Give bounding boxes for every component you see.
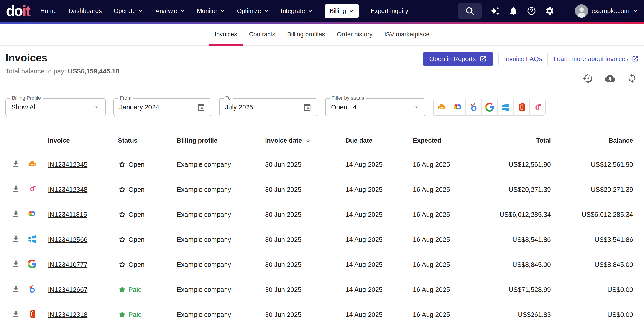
status-paid[interactable]: Paid [118,311,177,319]
col-invoice[interactable]: Invoice [48,137,118,144]
nav-item-operate[interactable]: Operate [114,7,144,14]
cloud-download-icon[interactable] [605,73,615,83]
table-row: IN123412348 Open Example company 30 Jun … [6,177,638,202]
status-paid[interactable]: Paid [118,286,177,294]
tab-contracts[interactable]: Contracts [243,24,281,45]
tab-billing-profiles[interactable]: Billing profiles [281,24,331,45]
invoice-link[interactable]: IN123412348 [48,186,88,193]
tab-order-history[interactable]: Order history [331,24,378,45]
status-open[interactable]: Open [118,210,177,219]
invoice-link[interactable]: IN123412318 [48,311,88,318]
total-cell: US$12,561.90 [476,161,551,168]
col-due-date[interactable]: Due date [346,137,413,144]
status-filter-select[interactable]: Filter by status Open +4 [325,98,426,116]
download-invoice-icon[interactable] [12,260,20,268]
provider-filter-microsoft-azure[interactable] [497,99,513,115]
nav-item-billing-active[interactable]: Billing [325,4,359,18]
invoice-faqs-link[interactable]: Invoice FAQs [504,55,542,62]
table-row: IN123412345 Open Example company 30 Jun … [6,152,638,177]
open-in-new-icon [480,55,486,62]
to-date-field[interactable]: To July 2025 [219,98,318,116]
chevron-down-icon [348,8,354,14]
search-button[interactable] [458,3,482,19]
download-invoice-icon[interactable] [12,285,20,293]
history-icon[interactable] [583,73,594,83]
nav-item-expert-inquiry[interactable]: Expert inquiry [371,7,408,14]
nav-item-monitor[interactable]: Monitor [197,7,225,14]
learn-more-invoices-link[interactable]: Learn more about invoices [553,55,638,62]
nav-item-optimize[interactable]: Optimize [237,7,269,14]
balance-cell: US$6,012,285.34 [551,211,638,218]
account-menu[interactable]: example.com [575,4,638,17]
navbar-divider [564,4,565,18]
nav-item-dashboards[interactable]: Dashboards [68,7,102,14]
chevron-down-icon [220,8,225,14]
download-invoice-icon[interactable] [12,210,20,218]
status-open[interactable]: Open [118,236,177,244]
billing-profile-label: Billing Profile [10,95,42,101]
nav-item-home[interactable]: Home [40,7,57,14]
from-value: January 2024 [119,103,197,111]
provider-filter-google-cloud[interactable] [450,99,466,115]
provider-filter-google[interactable] [482,99,497,115]
settings-gear-icon[interactable] [545,6,554,16]
nav-item-integrate[interactable]: Integrate [281,7,313,14]
help-icon[interactable] [527,6,536,16]
provider-filter-looker[interactable] [466,99,482,115]
provider-filter-office-365[interactable] [513,99,529,115]
open-in-reports-button[interactable]: Open in Reports [423,52,493,66]
status-open[interactable]: Open [118,160,177,169]
invoice-date-cell: 30 Jun 2025 [265,261,346,269]
billing-profile-cell: Example company [177,186,265,193]
expected-cell: 16 Aug 2025 [413,236,476,243]
col-billing-profile[interactable]: Billing profile [177,137,265,144]
invoice-link[interactable]: IN123412667 [48,286,88,293]
status-open[interactable]: Open [118,261,177,269]
aws-icon [27,159,37,169]
expected-cell: 16 Aug 2025 [413,161,476,168]
billing-profile-select[interactable]: Billing Profile Show All [6,98,106,116]
doit-logo[interactable]: doit [6,2,30,19]
total-balance-value: US$6,159,445.18 [68,67,119,75]
download-invoice-icon[interactable] [12,310,20,318]
page-head-actions: Open in Reports Invoice FAQs Learn more … [423,52,638,83]
col-expected[interactable]: Expected [413,137,476,144]
provider-filter-aws[interactable] [434,99,450,115]
notifications-bell-icon[interactable] [508,6,518,16]
provider-filter-doit[interactable] [529,99,545,115]
table-header-row: Invoice Status Billing profile Invoice d… [6,129,638,152]
calendar-icon[interactable] [303,103,312,111]
google-cloud-icon [27,209,37,219]
download-invoice-icon[interactable] [12,159,20,168]
doit-icon [27,184,37,194]
provider-filter-group [433,98,546,116]
ai-sparkles-icon[interactable] [490,6,500,16]
looker-icon [469,102,479,112]
col-status[interactable]: Status [118,137,177,144]
status-filter-label: Filter by status [330,95,366,101]
nav-item-analyze[interactable]: Analyze [155,7,185,14]
tab-isv-marketplace[interactable]: ISV marketplace [378,24,436,45]
col-invoice-date[interactable]: Invoice date [265,137,346,144]
tab-invoices[interactable]: Invoices [208,24,243,45]
invoice-link[interactable]: IN123411815 [48,211,87,218]
invoice-link[interactable]: IN123412345 [48,161,88,168]
invoice-link[interactable]: IN123410777 [48,261,88,268]
col-balance[interactable]: Balance [551,137,638,144]
refresh-icon[interactable] [627,73,637,83]
search-icon [465,6,474,16]
invoice-link[interactable]: IN123412566 [48,236,88,243]
from-date-field[interactable]: From January 2024 [114,98,211,116]
expected-cell: 16 Aug 2025 [413,286,476,294]
total-cell: US$6,012,285.34 [476,211,551,218]
google-icon [27,259,37,269]
col-total[interactable]: Total [476,137,551,144]
download-invoice-icon[interactable] [12,185,20,193]
status-open[interactable]: Open [118,185,177,194]
calendar-icon[interactable] [197,103,206,111]
account-name: example.com [592,7,630,14]
chevron-down-icon [632,8,638,14]
page-title: Invoices [6,52,119,64]
star-outline-icon [118,210,126,219]
download-invoice-icon[interactable] [12,235,20,243]
